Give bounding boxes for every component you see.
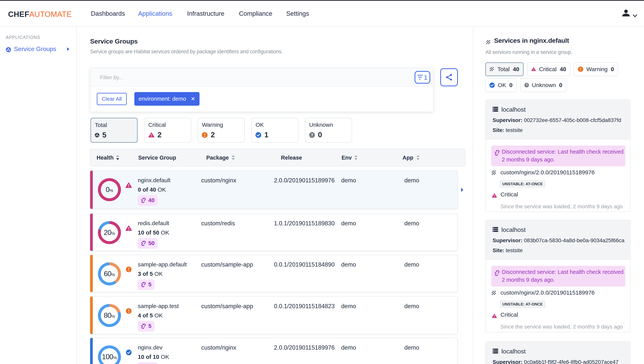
svg-text:?: ? [311, 133, 313, 137]
svg-text:?: ? [526, 83, 528, 87]
